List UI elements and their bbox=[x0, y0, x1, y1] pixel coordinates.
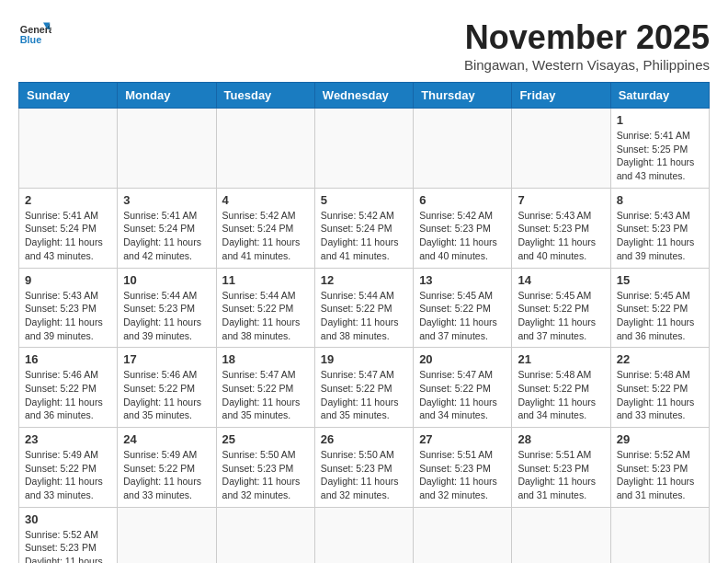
calendar-cell bbox=[314, 507, 413, 563]
daylight-label: Daylight: 11 hours and 35 minutes. bbox=[123, 396, 201, 421]
daylight-label: Daylight: 11 hours and 38 minutes. bbox=[222, 316, 301, 341]
sunset-label: Sunset: 5:22 PM bbox=[321, 303, 392, 314]
sunrise-label: Sunrise: 5:46 AM bbox=[123, 369, 197, 380]
sunset-label: Sunset: 5:22 PM bbox=[419, 303, 491, 314]
calendar-cell bbox=[414, 507, 512, 563]
calendar-header-wednesday: Wednesday bbox=[314, 83, 413, 109]
calendar-cell: 22 Sunrise: 5:48 AM Sunset: 5:22 PM Dayl… bbox=[610, 348, 709, 428]
logo-icon: General Blue bbox=[18, 18, 51, 52]
sunset-label: Sunset: 5:22 PM bbox=[222, 383, 294, 394]
sunset-label: Sunset: 5:22 PM bbox=[518, 383, 589, 394]
daylight-label: Daylight: 11 hours and 43 minutes. bbox=[25, 236, 103, 261]
day-number: 20 bbox=[419, 352, 506, 366]
sunrise-label: Sunrise: 5:41 AM bbox=[617, 130, 690, 141]
sunrise-label: Sunrise: 5:51 AM bbox=[419, 449, 493, 460]
calendar-cell bbox=[610, 507, 709, 563]
calendar-week-4: 23 Sunrise: 5:49 AM Sunset: 5:22 PM Dayl… bbox=[19, 428, 710, 508]
calendar-cell: 11 Sunrise: 5:44 AM Sunset: 5:22 PM Dayl… bbox=[216, 268, 314, 348]
cell-content: Sunrise: 5:43 AM Sunset: 5:23 PM Dayligh… bbox=[617, 209, 703, 263]
cell-content: Sunrise: 5:42 AM Sunset: 5:24 PM Dayligh… bbox=[321, 209, 407, 263]
cell-content: Sunrise: 5:52 AM Sunset: 5:23 PM Dayligh… bbox=[617, 448, 703, 502]
sunrise-label: Sunrise: 5:51 AM bbox=[518, 449, 591, 460]
calendar-header-tuesday: Tuesday bbox=[216, 83, 314, 109]
daylight-label: Daylight: 11 hours and 41 minutes. bbox=[222, 236, 301, 261]
sunset-label: Sunset: 5:24 PM bbox=[25, 223, 97, 234]
sunrise-label: Sunrise: 5:50 AM bbox=[222, 449, 296, 460]
calendar-cell: 2 Sunrise: 5:41 AM Sunset: 5:24 PM Dayli… bbox=[19, 188, 118, 268]
cell-content: Sunrise: 5:42 AM Sunset: 5:24 PM Dayligh… bbox=[222, 209, 309, 263]
month-title: November 2025 bbox=[464, 18, 710, 57]
sunset-label: Sunset: 5:22 PM bbox=[25, 463, 97, 474]
sunset-label: Sunset: 5:22 PM bbox=[617, 303, 688, 314]
svg-text:Blue: Blue bbox=[20, 34, 41, 45]
calendar-cell: 10 Sunrise: 5:44 AM Sunset: 5:23 PM Dayl… bbox=[118, 268, 216, 348]
cell-content: Sunrise: 5:43 AM Sunset: 5:23 PM Dayligh… bbox=[25, 289, 111, 343]
day-number: 13 bbox=[419, 273, 506, 287]
cell-content: Sunrise: 5:51 AM Sunset: 5:23 PM Dayligh… bbox=[518, 448, 604, 502]
day-number: 8 bbox=[617, 193, 703, 207]
sunset-label: Sunset: 5:23 PM bbox=[617, 463, 688, 474]
calendar-cell: 4 Sunrise: 5:42 AM Sunset: 5:24 PM Dayli… bbox=[216, 188, 314, 268]
sunrise-label: Sunrise: 5:47 AM bbox=[419, 369, 493, 380]
calendar-cell bbox=[512, 109, 610, 189]
day-number: 23 bbox=[25, 432, 111, 446]
sunrise-label: Sunrise: 5:43 AM bbox=[25, 290, 98, 301]
calendar-cell: 30 Sunrise: 5:52 AM Sunset: 5:23 PM Dayl… bbox=[19, 507, 118, 563]
sunrise-label: Sunrise: 5:49 AM bbox=[123, 449, 197, 460]
sunrise-label: Sunrise: 5:42 AM bbox=[222, 210, 296, 221]
calendar-header-row: SundayMondayTuesdayWednesdayThursdayFrid… bbox=[19, 83, 710, 109]
cell-content: Sunrise: 5:46 AM Sunset: 5:22 PM Dayligh… bbox=[25, 368, 111, 422]
title-block: November 2025 Bingawan, Western Visayas,… bbox=[464, 18, 710, 73]
day-number: 6 bbox=[419, 193, 506, 207]
sunset-label: Sunset: 5:22 PM bbox=[123, 383, 195, 394]
cell-content: Sunrise: 5:46 AM Sunset: 5:22 PM Dayligh… bbox=[123, 368, 210, 422]
calendar-cell: 17 Sunrise: 5:46 AM Sunset: 5:22 PM Dayl… bbox=[118, 348, 216, 428]
daylight-label: Daylight: 11 hours and 36 minutes. bbox=[617, 316, 695, 341]
sunrise-label: Sunrise: 5:44 AM bbox=[123, 290, 197, 301]
day-number: 27 bbox=[419, 432, 506, 446]
day-number: 9 bbox=[25, 273, 111, 287]
daylight-label: Daylight: 11 hours and 31 minutes. bbox=[617, 476, 695, 500]
cell-content: Sunrise: 5:47 AM Sunset: 5:22 PM Dayligh… bbox=[419, 368, 506, 422]
sunrise-label: Sunrise: 5:44 AM bbox=[321, 290, 394, 301]
daylight-label: Daylight: 11 hours and 39 minutes. bbox=[123, 316, 201, 341]
daylight-label: Daylight: 11 hours and 32 minutes. bbox=[222, 476, 301, 500]
sunset-label: Sunset: 5:22 PM bbox=[222, 303, 294, 314]
day-number: 1 bbox=[617, 113, 703, 127]
day-number: 15 bbox=[617, 273, 703, 287]
day-number: 3 bbox=[123, 193, 210, 207]
day-number: 16 bbox=[25, 352, 111, 366]
day-number: 17 bbox=[123, 352, 210, 366]
daylight-label: Daylight: 11 hours and 38 minutes. bbox=[321, 316, 399, 341]
calendar-cell: 18 Sunrise: 5:47 AM Sunset: 5:22 PM Dayl… bbox=[216, 348, 314, 428]
calendar-table: SundayMondayTuesdayWednesdayThursdayFrid… bbox=[18, 82, 710, 563]
sunset-label: Sunset: 5:22 PM bbox=[617, 383, 688, 394]
calendar-cell: 19 Sunrise: 5:47 AM Sunset: 5:22 PM Dayl… bbox=[314, 348, 413, 428]
day-number: 4 bbox=[222, 193, 309, 207]
calendar-week-3: 16 Sunrise: 5:46 AM Sunset: 5:22 PM Dayl… bbox=[19, 348, 710, 428]
sunrise-label: Sunrise: 5:48 AM bbox=[518, 369, 591, 380]
calendar-cell bbox=[216, 109, 314, 189]
calendar-cell: 7 Sunrise: 5:43 AM Sunset: 5:23 PM Dayli… bbox=[512, 188, 610, 268]
sunrise-label: Sunrise: 5:42 AM bbox=[321, 210, 394, 221]
sunset-label: Sunset: 5:23 PM bbox=[25, 303, 97, 314]
sunrise-label: Sunrise: 5:46 AM bbox=[25, 369, 98, 380]
cell-content: Sunrise: 5:52 AM Sunset: 5:23 PM Dayligh… bbox=[25, 528, 111, 563]
cell-content: Sunrise: 5:41 AM Sunset: 5:25 PM Dayligh… bbox=[617, 129, 703, 183]
calendar-cell: 15 Sunrise: 5:45 AM Sunset: 5:22 PM Dayl… bbox=[610, 268, 709, 348]
calendar-cell: 21 Sunrise: 5:48 AM Sunset: 5:22 PM Dayl… bbox=[512, 348, 610, 428]
daylight-label: Daylight: 11 hours and 37 minutes. bbox=[419, 316, 497, 341]
calendar-cell: 5 Sunrise: 5:42 AM Sunset: 5:24 PM Dayli… bbox=[314, 188, 413, 268]
sunset-label: Sunset: 5:24 PM bbox=[222, 223, 294, 234]
cell-content: Sunrise: 5:45 AM Sunset: 5:22 PM Dayligh… bbox=[419, 289, 506, 343]
day-number: 29 bbox=[617, 432, 703, 446]
day-number: 24 bbox=[123, 432, 210, 446]
calendar-cell: 28 Sunrise: 5:51 AM Sunset: 5:23 PM Dayl… bbox=[512, 428, 610, 508]
sunrise-label: Sunrise: 5:52 AM bbox=[25, 529, 98, 540]
day-number: 10 bbox=[123, 273, 210, 287]
calendar-cell: 9 Sunrise: 5:43 AM Sunset: 5:23 PM Dayli… bbox=[19, 268, 118, 348]
sunset-label: Sunset: 5:23 PM bbox=[617, 223, 688, 234]
cell-content: Sunrise: 5:43 AM Sunset: 5:23 PM Dayligh… bbox=[518, 209, 604, 263]
sunrise-label: Sunrise: 5:47 AM bbox=[222, 369, 296, 380]
day-number: 22 bbox=[617, 352, 703, 366]
